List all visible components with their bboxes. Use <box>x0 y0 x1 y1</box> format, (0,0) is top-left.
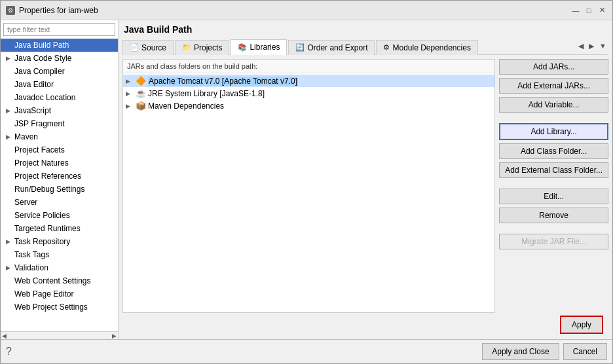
tab-icon-projects: 📁 <box>182 43 191 52</box>
tree-icon-maven: 📦 <box>136 101 146 111</box>
sidebar-item-validation[interactable]: ▶Validation <box>1 261 118 274</box>
sidebar-label-project-references: Project References <box>14 172 81 181</box>
tab-icon-module-dependencies: ⚙ <box>383 43 390 52</box>
help-icon[interactable]: ? <box>6 346 12 357</box>
tab-nav: ◀ ▶ ▼ <box>576 41 608 52</box>
scroll-right-icon: ▶ <box>112 333 117 339</box>
sidebar-item-javascript[interactable]: ▶JavaScript <box>1 104 118 117</box>
add-library-button[interactable]: Add Library... <box>499 123 608 140</box>
tree-label-tomcat: Apache Tomcat v7.0 [Apache Tomcat v7.0] <box>148 77 298 86</box>
sidebar-item-jsp-fragment[interactable]: JSP Fragment <box>1 117 118 130</box>
dialog-icon: ⚙ <box>6 6 15 15</box>
sidebar-item-server[interactable]: Server <box>1 196 118 209</box>
sidebar-item-maven[interactable]: ▶Maven <box>1 130 118 143</box>
sidebar-label-validation: Validation <box>14 263 48 272</box>
sidebar-item-run-debug-settings[interactable]: Run/Debug Settings <box>1 183 118 196</box>
tab-libraries[interactable]: 📚Libraries <box>231 39 287 55</box>
button-spacer <box>499 116 608 120</box>
tree-expand-tomcat: ▶ <box>126 78 134 84</box>
tree-item-maven[interactable]: ▶📦Maven Dependencies <box>123 100 494 112</box>
tab-menu-button[interactable]: ▼ <box>597 41 608 50</box>
sidebar-item-java-build-path[interactable]: Java Build Path <box>1 39 118 52</box>
apply-btn-area: Apply <box>122 313 608 335</box>
tab-icon-order-export: 🔄 <box>295 43 305 52</box>
sidebar-item-java-compiler[interactable]: Java Compiler <box>1 65 118 78</box>
sidebar-item-web-project-settings[interactable]: Web Project Settings <box>1 300 118 314</box>
remove-button[interactable]: Remove <box>499 208 608 223</box>
tab-icon-source: 📄 <box>130 43 139 52</box>
properties-dialog: ⚙ Properties for iam-web — □ ✕ Java Buil… <box>0 0 613 364</box>
sidebar: Java Build Path▶Java Code StyleJava Comp… <box>1 20 119 339</box>
tab-label-module-dependencies: Module Dependencies <box>392 43 470 52</box>
sidebar-label-jsp-fragment: JSP Fragment <box>14 119 64 128</box>
tree-item-jre[interactable]: ▶☕JRE System Library [JavaSE-1.8] <box>123 87 494 100</box>
tree-item-tomcat[interactable]: ▶🔶Apache Tomcat v7.0 [Apache Tomcat v7.0… <box>123 75 494 87</box>
add-external-jars-button[interactable]: Add External JARs... <box>499 78 608 94</box>
tab-back-button[interactable]: ◀ <box>576 41 585 51</box>
expand-arrow-java-code-style: ▶ <box>6 55 12 62</box>
add-external-class-folder-button[interactable]: Add External Class Folder... <box>499 162 608 178</box>
buttons-panel: Add JARs...Add External JARs...Add Varia… <box>499 59 608 313</box>
tab-label-libraries: Libraries <box>250 43 280 52</box>
sidebar-label-java-compiler: Java Compiler <box>14 67 65 76</box>
sidebar-label-javascript: JavaScript <box>14 106 51 115</box>
tab-module-dependencies[interactable]: ⚙Module Dependencies <box>376 40 477 55</box>
tabs-bar: 📄Source📁Projects📚Libraries🔄Order and Exp… <box>122 39 608 55</box>
content-area: JARs and class folders on the build path… <box>122 55 608 313</box>
dialog-title: Properties for iam-web <box>19 6 98 15</box>
add-class-folder-button[interactable]: Add Class Folder... <box>499 143 608 159</box>
minimize-button[interactable]: — <box>570 5 581 16</box>
sidebar-label-java-code-style: Java Code Style <box>14 54 71 63</box>
tab-order-export[interactable]: 🔄Order and Export <box>288 40 375 55</box>
build-path-header: JARs and class folders on the build path… <box>123 60 494 73</box>
sidebar-label-project-natures: Project Natures <box>14 158 69 168</box>
expand-arrow-validation: ▶ <box>6 264 12 271</box>
tab-label-source: Source <box>141 43 166 52</box>
sidebar-item-task-tags[interactable]: Task Tags <box>1 248 118 261</box>
tree-expand-jre: ▶ <box>126 90 134 97</box>
tree-label-jre: JRE System Library [JavaSE-1.8] <box>148 89 265 98</box>
sidebar-item-web-page-editor[interactable]: Web Page Editor <box>1 287 118 300</box>
expand-arrow-maven: ▶ <box>6 134 12 140</box>
sidebar-item-service-policies[interactable]: Service Policies <box>1 209 118 222</box>
tab-projects[interactable]: 📁Projects <box>175 40 229 55</box>
sidebar-label-targeted-runtimes: Targeted Runtimes <box>14 224 81 233</box>
panel-title: Java Build Path <box>122 24 608 35</box>
apply-button[interactable]: Apply <box>560 316 603 334</box>
close-button[interactable]: ✕ <box>597 5 607 16</box>
sidebar-label-web-project-settings: Web Project Settings <box>14 302 88 312</box>
sidebar-label-server: Server <box>14 198 37 207</box>
cancel-button[interactable]: Cancel <box>563 343 607 360</box>
sidebar-item-project-natures[interactable]: Project Natures <box>1 156 118 170</box>
edit-button[interactable]: Edit... <box>499 189 608 204</box>
tab-icon-libraries: 📚 <box>238 43 247 52</box>
right-panel: Java Build Path 📄Source📁Projects📚Librari… <box>119 20 612 339</box>
tab-source[interactable]: 📄Source <box>122 40 174 55</box>
filter-input[interactable] <box>3 23 115 36</box>
sidebar-label-web-content-settings: Web Content Settings <box>14 276 91 285</box>
tab-label-projects: Projects <box>194 43 222 52</box>
add-jars-button[interactable]: Add JARs... <box>499 59 608 75</box>
sidebar-item-java-editor[interactable]: Java Editor <box>1 78 118 91</box>
sidebar-item-java-code-style[interactable]: ▶Java Code Style <box>1 52 118 65</box>
sidebar-item-web-content-settings[interactable]: Web Content Settings <box>1 274 118 287</box>
sidebar-item-targeted-runtimes[interactable]: Targeted Runtimes <box>1 222 118 235</box>
expand-arrow-javascript: ▶ <box>6 107 12 114</box>
sidebar-item-project-facets[interactable]: Project Facets <box>1 143 118 156</box>
apply-and-close-button[interactable]: Apply and Close <box>482 343 559 360</box>
sidebar-label-run-debug-settings: Run/Debug Settings <box>14 185 84 194</box>
sidebar-item-project-references[interactable]: Project References <box>1 170 118 183</box>
sidebar-item-javadoc-location[interactable]: Javadoc Location <box>1 91 118 104</box>
maximize-button[interactable]: □ <box>584 5 594 16</box>
build-path-list: ▶🔶Apache Tomcat v7.0 [Apache Tomcat v7.0… <box>123 73 494 312</box>
add-variable-button[interactable]: Add Variable... <box>499 97 608 113</box>
bottom-bar: ? Apply and Close Cancel <box>1 339 612 363</box>
title-bar-left: ⚙ Properties for iam-web <box>6 6 98 15</box>
tree-icon-tomcat: 🔶 <box>136 76 146 86</box>
main-content: Java Build Path▶Java Code StyleJava Comp… <box>1 20 612 339</box>
title-bar: ⚙ Properties for iam-web — □ ✕ <box>1 1 612 20</box>
tab-forward-button[interactable]: ▶ <box>587 41 596 51</box>
build-path-panel: JARs and class folders on the build path… <box>122 59 495 313</box>
button-spacer <box>499 181 608 185</box>
sidebar-item-task-repository[interactable]: ▶Task Repository <box>1 235 118 248</box>
